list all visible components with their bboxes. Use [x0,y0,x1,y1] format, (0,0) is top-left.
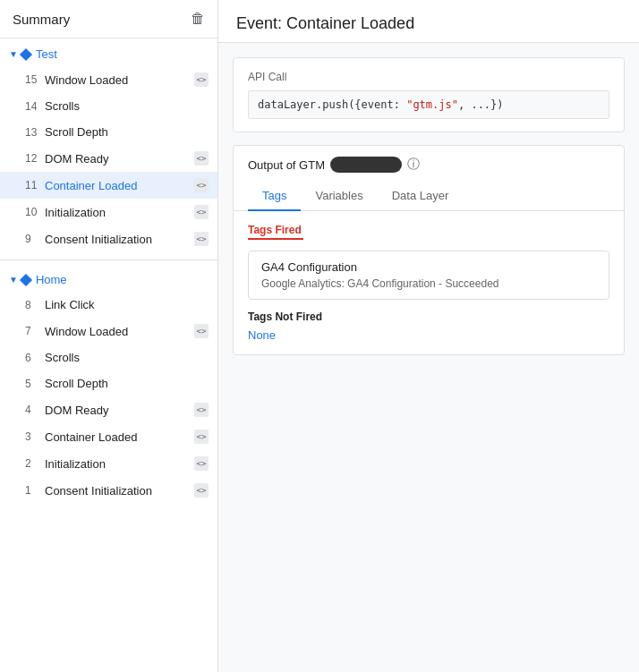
sidebar-item-15[interactable]: 15 Window Loaded <> [0,66,217,93]
sidebar-item-6[interactable]: 6 Scrolls [0,345,217,370]
code-badge: <> [194,430,209,444]
tags-none-value: None [248,328,609,342]
output-header: Output of GTM ⓘ [234,146,624,173]
main-content: Event: Container Loaded API Call dataLay… [218,0,639,672]
help-icon[interactable]: ⓘ [407,157,420,173]
code-string: "gtm.js" [406,98,458,111]
sidebar-item-13[interactable]: 13 Scroll Depth [0,119,217,145]
tag-item-desc: Google Analytics: GA4 Configuration - Su… [261,277,596,290]
code-badge: <> [194,324,209,338]
tab-variables[interactable]: Variables [301,182,377,211]
code-badge: <> [194,178,209,192]
sidebar-item-11[interactable]: 11 Container Loaded <> [0,172,217,199]
code-badge: <> [194,483,209,498]
code-text: dataLayer.push({event: [258,98,406,111]
sidebar-item-9[interactable]: 9 Consent Initialization <> [0,225,217,252]
sidebar-home-group: ▼ Home 8 Link Click 7 Window Loaded <> 6… [0,264,217,507]
group-test-label: Test [36,47,57,61]
tag-item-ga4[interactable]: GA4 Configuration Google Analytics: GA4 … [248,251,609,300]
code-rest: , ...}) [458,98,504,111]
sidebar-item-1[interactable]: 1 Consent Initialization <> [0,477,217,504]
arrow-icon: ▼ [9,275,18,285]
sidebar-item-8[interactable]: 8 Link Click [0,292,217,318]
code-badge: <> [194,403,209,417]
diamond-icon-test [20,47,32,60]
tags-not-fired-label: Tags Not Fired [248,310,609,323]
code-badge: <> [194,232,209,246]
output-label: Output of GTM [248,158,325,172]
diamond-icon-home [20,273,32,285]
delete-icon[interactable]: 🗑 [191,11,205,27]
sidebar-item-3[interactable]: 3 Container Loaded <> [0,423,217,450]
sidebar-group-home[interactable]: ▼ Home [0,268,217,292]
tags-content: Tags Fired GA4 Configuration Google Anal… [234,211,624,354]
sidebar: Summary 🗑 ▼ Test 15 Window Loaded <> 14 … [0,0,218,672]
group-home-label: Home [36,273,67,286]
sidebar-test-group: ▼ Test 15 Window Loaded <> 14 Scrolls 13… [0,38,217,256]
api-call-card: API Call dataLayer.push({event: "gtm.js"… [233,57,625,132]
sidebar-item-12[interactable]: 12 DOM Ready <> [0,145,217,172]
main-header: Event: Container Loaded [218,0,639,43]
tabs: Tags Variables Data Layer [234,182,624,211]
sidebar-item-10[interactable]: 10 Initialization <> [0,199,217,225]
code-badge: <> [194,205,209,219]
sidebar-item-7[interactable]: 7 Window Loaded <> [0,318,217,345]
sidebar-title: Summary [13,12,70,27]
code-badge: <> [194,456,209,471]
tags-fired-underline [248,238,303,240]
api-call-code: dataLayer.push({event: "gtm.js", ...}) [248,90,609,119]
gtm-name-redacted [330,157,402,173]
code-badge: <> [194,72,209,87]
tab-tags[interactable]: Tags [248,182,301,211]
sidebar-item-14[interactable]: 14 Scrolls [0,93,217,119]
sidebar-item-4[interactable]: 4 DOM Ready <> [0,396,217,423]
sidebar-item-2[interactable]: 2 Initialization <> [0,450,217,477]
event-title: Event: Container Loaded [236,14,621,33]
api-call-label: API Call [248,71,609,83]
output-card: Output of GTM ⓘ Tags Variables Data Laye… [233,145,625,355]
sidebar-item-5[interactable]: 5 Scroll Depth [0,370,217,396]
sidebar-group-test[interactable]: ▼ Test [0,42,217,66]
sidebar-separator [0,259,217,260]
arrow-icon: ▼ [9,49,18,59]
tab-data-layer[interactable]: Data Layer [378,182,464,211]
tag-item-name: GA4 Configuration [261,260,596,274]
sidebar-header: Summary 🗑 [0,0,217,38]
tags-fired-label: Tags Fired [248,224,609,236]
main-body: API Call dataLayer.push({event: "gtm.js"… [218,43,639,672]
code-badge: <> [194,151,209,166]
